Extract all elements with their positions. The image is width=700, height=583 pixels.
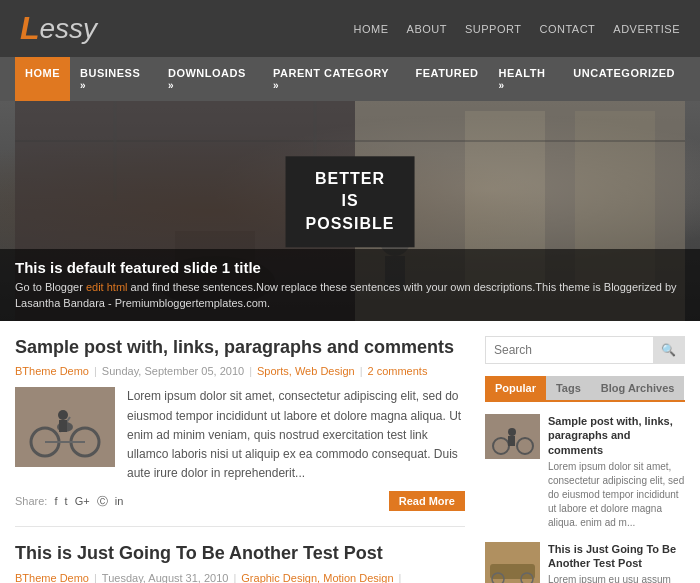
share-label: Share: xyxy=(15,495,47,507)
banner-line2: IS xyxy=(306,191,395,213)
svg-point-28 xyxy=(508,428,516,436)
share-twitter[interactable]: t xyxy=(65,495,68,507)
top-navigation: HOME ABOUT SUPPORT CONTACT ADVERTISE xyxy=(354,23,680,35)
nav-uncategorized[interactable]: UNCATEGORIZED xyxy=(563,57,685,101)
nav-downloads[interactable]: DOWNLOADS xyxy=(158,57,263,101)
read-more-button-1[interactable]: Read More xyxy=(389,491,465,511)
top-nav-contact[interactable]: CONTACT xyxy=(539,23,595,35)
hero-caption-title: This is default featured slide 1 title xyxy=(15,259,685,276)
post-author-1[interactable]: BTheme Demo xyxy=(15,365,89,377)
sidebar-post-text-1: Sample post with, links, paragraphs and … xyxy=(548,414,685,530)
sidebar-post-title-2[interactable]: This is Just Going To Be Another Test Po… xyxy=(548,542,685,571)
post-meta-2: BTheme Demo | Tuesday, August 31, 2010 |… xyxy=(15,572,465,583)
share-links-1: Share: f t G+ Ⓒ in xyxy=(15,494,123,509)
post-meta-1: BTheme Demo | Sunday, September 05, 2010… xyxy=(15,365,465,377)
share-linkedin[interactable]: in xyxy=(115,495,124,507)
post-body-1: Lorem ipsum dolor sit amet, consectetur … xyxy=(15,387,465,483)
content-area: Sample post with, links, paragraphs and … xyxy=(0,321,700,583)
top-nav-advertise[interactable]: ADVERTISE xyxy=(613,23,680,35)
hero-slider: BETTER IS POSSIBLE This is default featu… xyxy=(0,101,700,321)
top-nav-about[interactable]: ABOUT xyxy=(407,23,447,35)
post-title-2[interactable]: This is Just Going To Be Another Test Po… xyxy=(15,542,465,565)
top-nav-home[interactable]: HOME xyxy=(354,23,389,35)
share-pinterest[interactable]: Ⓒ xyxy=(97,495,108,507)
search-box[interactable]: 🔍 xyxy=(485,336,685,364)
svg-rect-29 xyxy=(508,436,515,446)
banner-line3: POSSIBLE xyxy=(306,213,395,235)
hero-caption: This is default featured slide 1 title G… xyxy=(0,249,700,321)
sidebar-post-title-1[interactable]: Sample post with, links, paragraphs and … xyxy=(548,414,685,457)
post-item-2: This is Just Going To Be Another Test Po… xyxy=(15,542,465,583)
sidebar-thumb-svg-2 xyxy=(485,542,540,583)
post-excerpt-1: Lorem ipsum dolor sit amet, consectetur … xyxy=(127,387,465,483)
sidebar: 🔍 Popular Tags Blog Archives Sample post… xyxy=(485,336,685,583)
svg-rect-31 xyxy=(490,564,535,579)
site-logo[interactable]: Lessy xyxy=(20,10,97,47)
main-navigation: HOME BUSINESS DOWNLOADS PARENT CATEGORY … xyxy=(0,57,700,101)
tab-blog-archives[interactable]: Blog Archives xyxy=(591,376,685,400)
nav-business[interactable]: BUSINESS xyxy=(70,57,158,101)
share-google[interactable]: G+ xyxy=(75,495,90,507)
hero-caption-text: Go to Blogger edit html and find these s… xyxy=(15,280,685,311)
post-comments-1[interactable]: 2 comments xyxy=(367,365,427,377)
post-title-1[interactable]: Sample post with, links, paragraphs and … xyxy=(15,336,465,359)
post-thumbnail-1 xyxy=(15,387,115,467)
site-header: Lessy HOME ABOUT SUPPORT CONTACT ADVERTI… xyxy=(0,0,700,57)
top-nav-support[interactable]: SUPPORT xyxy=(465,23,521,35)
post-item-1: Sample post with, links, paragraphs and … xyxy=(15,336,465,527)
post-categories-2[interactable]: Graphic Design, Motion Design xyxy=(241,572,393,583)
sidebar-post-excerpt-2: Lorem ipsum eu usu assum liberavisse, ut… xyxy=(548,573,685,583)
nav-health[interactable]: HEALTH xyxy=(489,57,564,101)
svg-rect-19 xyxy=(59,420,67,432)
sidebar-post-excerpt-1: Lorem ipsum dolor sit amet, consectetur … xyxy=(548,460,685,530)
post-author-2[interactable]: BTheme Demo xyxy=(15,572,89,583)
post-thumb-image-1 xyxy=(15,387,115,467)
tab-popular[interactable]: Popular xyxy=(485,376,546,400)
search-button[interactable]: 🔍 xyxy=(653,337,684,363)
sidebar-post-1: Sample post with, links, paragraphs and … xyxy=(485,414,685,530)
share-facebook[interactable]: f xyxy=(54,495,57,507)
nav-parent-category[interactable]: PARENT CATEGORY xyxy=(263,57,405,101)
sidebar-tabs: Popular Tags Blog Archives xyxy=(485,376,685,402)
hero-banner: BETTER IS POSSIBLE xyxy=(286,156,415,247)
logo-letter: L xyxy=(20,10,40,47)
sidebar-thumb-svg-1 xyxy=(485,414,540,459)
tab-tags[interactable]: Tags xyxy=(546,376,591,400)
nav-featured[interactable]: FEATURED xyxy=(405,57,488,101)
banner-line1: BETTER xyxy=(306,168,395,190)
sidebar-thumb-1 xyxy=(485,414,540,459)
search-input[interactable] xyxy=(486,337,653,363)
posts-main: Sample post with, links, paragraphs and … xyxy=(15,336,485,583)
nav-home[interactable]: HOME xyxy=(15,57,70,101)
post-date-2: Tuesday, August 31, 2010 xyxy=(102,572,229,583)
sidebar-thumb-2 xyxy=(485,542,540,583)
post-categories-1[interactable]: Sports, Web Design xyxy=(257,365,355,377)
sidebar-post-text-2: This is Just Going To Be Another Test Po… xyxy=(548,542,685,583)
logo-name: essy xyxy=(40,13,98,45)
sidebar-post-2: This is Just Going To Be Another Test Po… xyxy=(485,542,685,583)
post-thumb-svg-1 xyxy=(15,387,115,467)
svg-point-18 xyxy=(58,410,68,420)
post-date-1: Sunday, September 05, 2010 xyxy=(102,365,244,377)
post-footer-1: Share: f t G+ Ⓒ in Read More xyxy=(15,491,465,511)
